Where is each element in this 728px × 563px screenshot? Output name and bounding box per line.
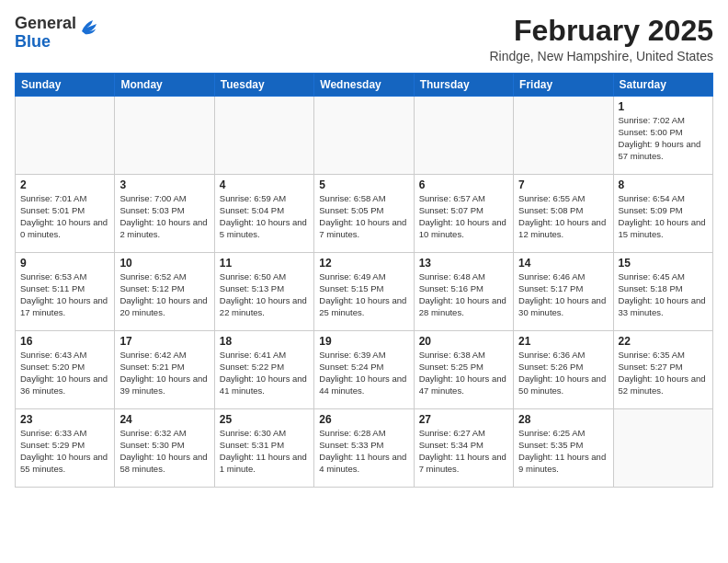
day-number: 25 — [220, 413, 309, 426]
page: General Blue February 2025 Rindge, New H… — [0, 0, 728, 497]
day-number: 12 — [319, 257, 408, 270]
calendar-week-0: 1Sunrise: 7:02 AM Sunset: 5:00 PM Daylig… — [16, 97, 713, 175]
calendar-day — [414, 97, 513, 175]
calendar-week-3: 16Sunrise: 6:43 AM Sunset: 5:20 PM Dayli… — [16, 331, 713, 409]
calendar-day — [514, 97, 613, 175]
day-info: Sunrise: 6:42 AM Sunset: 5:21 PM Dayligh… — [119, 350, 209, 396]
day-info: Sunrise: 6:39 AM Sunset: 5:24 PM Dayligh… — [319, 350, 408, 396]
logo-general: General — [15, 15, 76, 33]
day-number: 1 — [619, 100, 708, 113]
calendar-day: 3Sunrise: 7:00 AM Sunset: 5:03 PM Daylig… — [115, 175, 214, 253]
calendar-day: 21Sunrise: 6:36 AM Sunset: 5:26 PM Dayli… — [514, 331, 613, 409]
calendar-header-sunday: Sunday — [16, 74, 115, 97]
day-number: 8 — [619, 178, 708, 191]
day-number: 20 — [419, 335, 508, 348]
day-number: 24 — [119, 413, 209, 426]
calendar-header-monday: Monday — [115, 74, 214, 97]
calendar-week-4: 23Sunrise: 6:33 AM Sunset: 5:29 PM Dayli… — [16, 409, 713, 488]
calendar-day: 6Sunrise: 6:57 AM Sunset: 5:07 PM Daylig… — [414, 175, 513, 253]
day-number: 9 — [20, 257, 109, 270]
calendar-header-row: SundayMondayTuesdayWednesdayThursdayFrid… — [16, 74, 713, 97]
day-number: 16 — [20, 335, 109, 348]
day-info: Sunrise: 6:45 AM Sunset: 5:18 PM Dayligh… — [619, 271, 708, 318]
day-number: 26 — [319, 413, 408, 426]
day-number: 13 — [419, 257, 508, 270]
day-number: 15 — [619, 257, 708, 270]
month-year: February 2025 — [489, 15, 713, 47]
day-info: Sunrise: 6:27 AM Sunset: 5:34 PM Dayligh… — [419, 428, 508, 475]
logo-text: General Blue — [15, 15, 76, 52]
calendar-header-tuesday: Tuesday — [214, 74, 313, 97]
day-number: 10 — [119, 257, 209, 270]
calendar-day: 11Sunrise: 6:50 AM Sunset: 5:13 PM Dayli… — [214, 253, 313, 331]
calendar-day: 4Sunrise: 6:59 AM Sunset: 5:04 PM Daylig… — [214, 175, 313, 253]
calendar-day — [115, 97, 214, 175]
calendar-day: 1Sunrise: 7:02 AM Sunset: 5:00 PM Daylig… — [613, 97, 712, 175]
calendar-day: 12Sunrise: 6:49 AM Sunset: 5:15 PM Dayli… — [314, 253, 414, 331]
day-number: 5 — [319, 178, 408, 191]
day-info: Sunrise: 6:53 AM Sunset: 5:11 PM Dayligh… — [20, 271, 109, 318]
day-info: Sunrise: 7:00 AM Sunset: 5:03 PM Dayligh… — [119, 193, 209, 240]
calendar-day: 5Sunrise: 6:58 AM Sunset: 5:05 PM Daylig… — [314, 175, 414, 253]
day-number: 11 — [220, 257, 309, 270]
day-info: Sunrise: 6:52 AM Sunset: 5:12 PM Dayligh… — [119, 271, 209, 318]
calendar-day: 13Sunrise: 6:48 AM Sunset: 5:16 PM Dayli… — [414, 253, 513, 331]
day-number: 3 — [119, 178, 209, 191]
day-info: Sunrise: 6:50 AM Sunset: 5:13 PM Dayligh… — [220, 271, 309, 318]
calendar-day — [613, 409, 712, 488]
day-info: Sunrise: 6:46 AM Sunset: 5:17 PM Dayligh… — [518, 271, 608, 318]
calendar-day: 24Sunrise: 6:32 AM Sunset: 5:30 PM Dayli… — [115, 409, 214, 488]
day-info: Sunrise: 6:38 AM Sunset: 5:25 PM Dayligh… — [419, 350, 508, 396]
day-info: Sunrise: 6:48 AM Sunset: 5:16 PM Dayligh… — [419, 271, 508, 318]
location: Rindge, New Hampshire, United States — [489, 49, 713, 63]
day-number: 18 — [220, 335, 309, 348]
calendar-day: 22Sunrise: 6:35 AM Sunset: 5:27 PM Dayli… — [613, 331, 712, 409]
calendar-day — [314, 97, 414, 175]
day-number: 23 — [20, 413, 109, 426]
title-block: February 2025 Rindge, New Hampshire, Uni… — [489, 15, 713, 63]
day-info: Sunrise: 6:49 AM Sunset: 5:15 PM Dayligh… — [319, 271, 408, 318]
calendar-day: 27Sunrise: 6:27 AM Sunset: 5:34 PM Dayli… — [414, 409, 513, 488]
calendar-day — [16, 97, 115, 175]
calendar-week-1: 2Sunrise: 7:01 AM Sunset: 5:01 PM Daylig… — [16, 175, 713, 253]
day-number: 22 — [619, 335, 708, 348]
day-number: 2 — [20, 178, 109, 191]
calendar-day: 8Sunrise: 6:54 AM Sunset: 5:09 PM Daylig… — [613, 175, 712, 253]
day-info: Sunrise: 7:01 AM Sunset: 5:01 PM Dayligh… — [20, 193, 109, 240]
day-info: Sunrise: 6:43 AM Sunset: 5:20 PM Dayligh… — [20, 350, 109, 396]
day-info: Sunrise: 6:28 AM Sunset: 5:33 PM Dayligh… — [319, 428, 408, 475]
day-info: Sunrise: 6:55 AM Sunset: 5:08 PM Dayligh… — [518, 193, 608, 240]
header: General Blue February 2025 Rindge, New H… — [15, 15, 713, 63]
day-number: 19 — [319, 335, 408, 348]
day-number: 4 — [220, 178, 309, 191]
day-info: Sunrise: 6:35 AM Sunset: 5:27 PM Dayligh… — [619, 350, 708, 396]
calendar-day: 7Sunrise: 6:55 AM Sunset: 5:08 PM Daylig… — [514, 175, 613, 253]
calendar-day: 28Sunrise: 6:25 AM Sunset: 5:35 PM Dayli… — [514, 409, 613, 488]
calendar-day: 16Sunrise: 6:43 AM Sunset: 5:20 PM Dayli… — [16, 331, 115, 409]
calendar-day: 10Sunrise: 6:52 AM Sunset: 5:12 PM Dayli… — [115, 253, 214, 331]
calendar-table: SundayMondayTuesdayWednesdayThursdayFrid… — [15, 73, 713, 488]
calendar-week-2: 9Sunrise: 6:53 AM Sunset: 5:11 PM Daylig… — [16, 253, 713, 331]
logo-bird-icon — [78, 17, 100, 39]
day-info: Sunrise: 6:57 AM Sunset: 5:07 PM Dayligh… — [419, 193, 508, 240]
calendar-header-saturday: Saturday — [613, 74, 712, 97]
calendar-day: 2Sunrise: 7:01 AM Sunset: 5:01 PM Daylig… — [16, 175, 115, 253]
day-info: Sunrise: 6:59 AM Sunset: 5:04 PM Dayligh… — [220, 193, 309, 240]
calendar-day: 19Sunrise: 6:39 AM Sunset: 5:24 PM Dayli… — [314, 331, 414, 409]
day-number: 6 — [419, 178, 508, 191]
calendar-day: 20Sunrise: 6:38 AM Sunset: 5:25 PM Dayli… — [414, 331, 513, 409]
calendar-header-wednesday: Wednesday — [314, 74, 414, 97]
day-info: Sunrise: 6:32 AM Sunset: 5:30 PM Dayligh… — [119, 428, 209, 475]
calendar-day: 9Sunrise: 6:53 AM Sunset: 5:11 PM Daylig… — [16, 253, 115, 331]
day-number: 7 — [518, 178, 608, 191]
day-number: 28 — [518, 413, 608, 426]
logo-blue: Blue — [15, 33, 76, 52]
day-number: 21 — [518, 335, 608, 348]
day-info: Sunrise: 6:30 AM Sunset: 5:31 PM Dayligh… — [220, 428, 309, 475]
calendar-day — [214, 97, 313, 175]
day-info: Sunrise: 6:25 AM Sunset: 5:35 PM Dayligh… — [518, 428, 608, 475]
day-number: 14 — [518, 257, 608, 270]
calendar-day: 17Sunrise: 6:42 AM Sunset: 5:21 PM Dayli… — [115, 331, 214, 409]
calendar-day: 25Sunrise: 6:30 AM Sunset: 5:31 PM Dayli… — [214, 409, 313, 488]
day-info: Sunrise: 6:36 AM Sunset: 5:26 PM Dayligh… — [518, 350, 608, 396]
